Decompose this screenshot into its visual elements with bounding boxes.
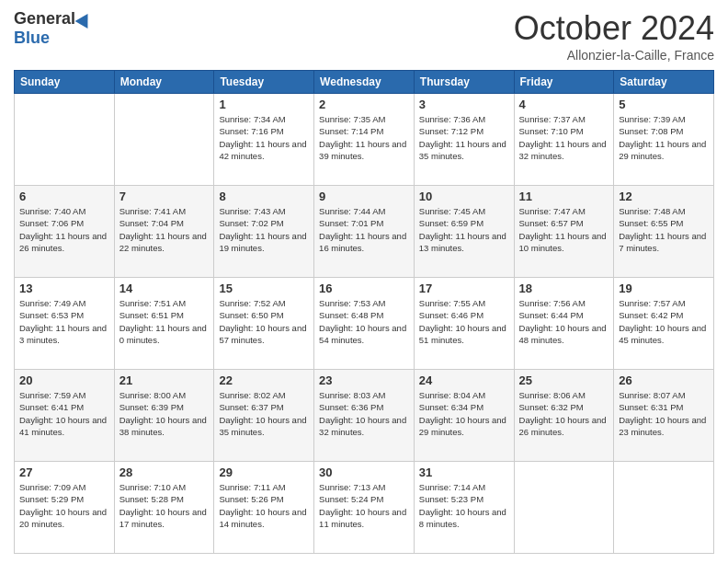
header: General Blue October 2024 Allonzier-la-C… [14, 9, 714, 63]
calendar-cell: 7Sunrise: 7:41 AM Sunset: 7:04 PM Daylig… [114, 186, 214, 278]
calendar-cell: 23Sunrise: 8:03 AM Sunset: 6:36 PM Dayli… [314, 370, 415, 462]
cell-text: Sunrise: 7:47 AM Sunset: 6:57 PM Dayligh… [519, 205, 609, 254]
day-number: 19 [619, 282, 709, 295]
day-number: 16 [319, 282, 409, 295]
cell-text: Sunrise: 7:53 AM Sunset: 6:48 PM Dayligh… [319, 297, 409, 346]
calendar-cell: 18Sunrise: 7:56 AM Sunset: 6:44 PM Dayli… [514, 278, 614, 370]
day-number: 10 [419, 190, 509, 203]
calendar-cell: 11Sunrise: 7:47 AM Sunset: 6:57 PM Dayli… [514, 186, 614, 278]
cell-text: Sunrise: 8:02 AM Sunset: 6:37 PM Dayligh… [219, 389, 309, 438]
calendar-cell: 16Sunrise: 7:53 AM Sunset: 6:48 PM Dayli… [314, 278, 415, 370]
calendar-cell: 25Sunrise: 8:06 AM Sunset: 6:32 PM Dayli… [514, 370, 614, 462]
calendar-cell [514, 462, 614, 554]
logo-general: General [14, 9, 75, 29]
cell-text: Sunrise: 7:09 AM Sunset: 5:29 PM Dayligh… [19, 481, 109, 530]
logo-blue: Blue [14, 29, 50, 48]
day-number: 23 [319, 373, 409, 387]
day-number: 29 [219, 465, 309, 479]
cell-text: Sunrise: 7:55 AM Sunset: 6:46 PM Dayligh… [419, 297, 509, 346]
calendar-cell: 20Sunrise: 7:59 AM Sunset: 6:41 PM Dayli… [15, 370, 115, 462]
cell-text: Sunrise: 7:35 AM Sunset: 7:14 PM Dayligh… [319, 113, 409, 162]
cell-text: Sunrise: 7:49 AM Sunset: 6:53 PM Dayligh… [19, 297, 109, 346]
day-number: 5 [619, 98, 709, 111]
day-number: 14 [119, 282, 210, 295]
day-number: 21 [119, 373, 210, 387]
cell-text: Sunrise: 8:04 AM Sunset: 6:34 PM Dayligh… [419, 389, 509, 438]
calendar-cell: 12Sunrise: 7:48 AM Sunset: 6:55 PM Dayli… [614, 186, 714, 278]
calendar-cell: 9Sunrise: 7:44 AM Sunset: 7:01 PM Daylig… [314, 186, 415, 278]
day-number: 15 [219, 282, 309, 295]
page: General Blue October 2024 Allonzier-la-C… [0, 0, 728, 563]
cell-text: Sunrise: 7:13 AM Sunset: 5:24 PM Dayligh… [319, 481, 409, 530]
calendar-cell: 3Sunrise: 7:36 AM Sunset: 7:12 PM Daylig… [414, 94, 514, 186]
cell-text: Sunrise: 7:57 AM Sunset: 6:42 PM Dayligh… [619, 297, 709, 346]
calendar-cell: 14Sunrise: 7:51 AM Sunset: 6:51 PM Dayli… [114, 278, 214, 370]
calendar-cell: 10Sunrise: 7:45 AM Sunset: 6:59 PM Dayli… [414, 186, 514, 278]
calendar-cell: 17Sunrise: 7:55 AM Sunset: 6:46 PM Dayli… [414, 278, 514, 370]
cell-text: Sunrise: 7:14 AM Sunset: 5:23 PM Dayligh… [419, 481, 509, 530]
calendar-cell: 27Sunrise: 7:09 AM Sunset: 5:29 PM Dayli… [15, 462, 115, 554]
day-number: 20 [19, 373, 109, 387]
title-block: October 2024 Allonzier-la-Caille, France [514, 9, 714, 63]
calendar-cell: 4Sunrise: 7:37 AM Sunset: 7:10 PM Daylig… [514, 94, 614, 186]
header-saturday: Saturday [614, 71, 714, 94]
cell-text: Sunrise: 7:52 AM Sunset: 6:50 PM Dayligh… [219, 297, 309, 346]
day-number: 28 [119, 465, 210, 479]
day-number: 3 [419, 98, 509, 111]
cell-text: Sunrise: 7:34 AM Sunset: 7:16 PM Dayligh… [219, 113, 309, 162]
cell-text: Sunrise: 7:41 AM Sunset: 7:04 PM Dayligh… [119, 205, 210, 254]
header-thursday: Thursday [414, 71, 514, 94]
day-number: 6 [19, 190, 109, 203]
day-number: 8 [219, 190, 309, 203]
day-number: 9 [319, 190, 409, 203]
cell-text: Sunrise: 7:48 AM Sunset: 6:55 PM Dayligh… [619, 205, 709, 254]
calendar-cell: 24Sunrise: 8:04 AM Sunset: 6:34 PM Dayli… [414, 370, 514, 462]
cell-text: Sunrise: 7:56 AM Sunset: 6:44 PM Dayligh… [519, 297, 609, 346]
header-sunday: Sunday [15, 71, 115, 94]
header-tuesday: Tuesday [214, 71, 314, 94]
calendar-cell: 2Sunrise: 7:35 AM Sunset: 7:14 PM Daylig… [314, 94, 415, 186]
day-number: 7 [119, 190, 210, 203]
logo-triangle-icon [75, 9, 95, 28]
calendar-cell: 31Sunrise: 7:14 AM Sunset: 5:23 PM Dayli… [414, 462, 514, 554]
calendar-cell: 15Sunrise: 7:52 AM Sunset: 6:50 PM Dayli… [214, 278, 314, 370]
day-number: 25 [519, 373, 609, 387]
cell-text: Sunrise: 7:45 AM Sunset: 6:59 PM Dayligh… [419, 205, 509, 254]
calendar-cell: 26Sunrise: 8:07 AM Sunset: 6:31 PM Dayli… [614, 370, 714, 462]
location-subtitle: Allonzier-la-Caille, France [514, 48, 714, 63]
calendar-cell: 28Sunrise: 7:10 AM Sunset: 5:28 PM Dayli… [114, 462, 214, 554]
calendar-cell: 5Sunrise: 7:39 AM Sunset: 7:08 PM Daylig… [614, 94, 714, 186]
day-number: 31 [419, 465, 509, 479]
day-number: 13 [19, 282, 109, 295]
day-number: 12 [619, 190, 709, 203]
cell-text: Sunrise: 7:36 AM Sunset: 7:12 PM Dayligh… [419, 113, 509, 162]
calendar-cell: 19Sunrise: 7:57 AM Sunset: 6:42 PM Dayli… [614, 278, 714, 370]
calendar-cell: 22Sunrise: 8:02 AM Sunset: 6:37 PM Dayli… [214, 370, 314, 462]
calendar-cell: 21Sunrise: 8:00 AM Sunset: 6:39 PM Dayli… [114, 370, 214, 462]
day-number: 22 [219, 373, 309, 387]
cell-text: Sunrise: 7:11 AM Sunset: 5:26 PM Dayligh… [219, 481, 309, 530]
calendar-cell: 1Sunrise: 7:34 AM Sunset: 7:16 PM Daylig… [214, 94, 314, 186]
header-monday: Monday [114, 71, 214, 94]
day-number: 27 [19, 465, 109, 479]
cell-text: Sunrise: 7:39 AM Sunset: 7:08 PM Dayligh… [619, 113, 709, 162]
logo: General Blue [14, 9, 92, 48]
calendar-cell [15, 94, 115, 186]
calendar-cell: 8Sunrise: 7:43 AM Sunset: 7:02 PM Daylig… [214, 186, 314, 278]
day-number: 30 [319, 465, 409, 479]
cell-text: Sunrise: 7:10 AM Sunset: 5:28 PM Dayligh… [119, 481, 210, 530]
calendar-cell: 13Sunrise: 7:49 AM Sunset: 6:53 PM Dayli… [15, 278, 115, 370]
cell-text: Sunrise: 7:40 AM Sunset: 7:06 PM Dayligh… [19, 205, 109, 254]
cell-text: Sunrise: 8:07 AM Sunset: 6:31 PM Dayligh… [619, 389, 709, 438]
day-number: 17 [419, 282, 509, 295]
day-number: 24 [419, 373, 509, 387]
calendar-cell: 6Sunrise: 7:40 AM Sunset: 7:06 PM Daylig… [15, 186, 115, 278]
day-number: 26 [619, 373, 709, 387]
calendar-cell: 29Sunrise: 7:11 AM Sunset: 5:26 PM Dayli… [214, 462, 314, 554]
day-number: 1 [219, 98, 309, 111]
calendar-cell [114, 94, 214, 186]
day-number: 11 [519, 190, 609, 203]
cell-text: Sunrise: 8:06 AM Sunset: 6:32 PM Dayligh… [519, 389, 609, 438]
day-number: 4 [519, 98, 609, 111]
calendar-table: Sunday Monday Tuesday Wednesday Thursday… [14, 70, 714, 554]
